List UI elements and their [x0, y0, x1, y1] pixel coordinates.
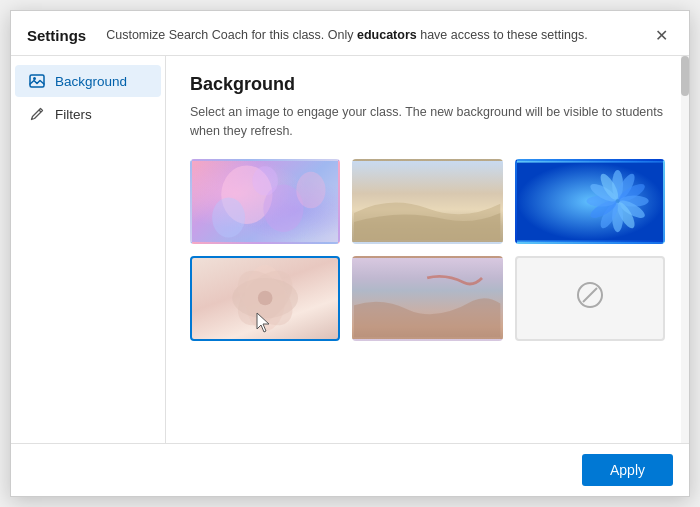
dialog-subtitle: Customize Search Coach for this class. O…	[106, 28, 629, 42]
subtitle-bold: educators	[357, 28, 417, 42]
pencil-icon	[29, 106, 45, 122]
svg-rect-0	[30, 75, 44, 87]
svg-point-6	[252, 166, 278, 195]
image-option-2[interactable]	[352, 159, 502, 244]
image-option-5[interactable]	[352, 256, 502, 341]
dialog-footer: Apply	[11, 443, 689, 496]
image-option-4[interactable]	[190, 256, 340, 341]
image-option-none[interactable]	[515, 256, 665, 341]
image-icon	[29, 73, 45, 89]
image-option-1[interactable]	[190, 159, 340, 244]
settings-dialog: Settings Customize Search Coach for this…	[10, 10, 690, 497]
svg-line-27	[583, 288, 597, 302]
scrollbar-track[interactable]	[681, 56, 689, 443]
main-content: Background Select an image to engage you…	[166, 56, 689, 443]
dialog-body: Background Filters Background Select an …	[11, 56, 689, 443]
section-title: Background	[190, 74, 665, 95]
svg-point-25	[258, 290, 273, 305]
svg-point-5	[296, 171, 325, 208]
sidebar: Background Filters	[11, 56, 166, 443]
subtitle-text: Customize Search Coach for this class. O…	[106, 28, 357, 42]
dialog-header: Settings Customize Search Coach for this…	[11, 11, 689, 56]
close-button[interactable]: ✕	[649, 23, 673, 47]
svg-point-4	[212, 197, 245, 237]
image-option-3[interactable]	[515, 159, 665, 244]
none-icon	[574, 279, 606, 318]
sidebar-label-background: Background	[55, 74, 127, 89]
apply-button[interactable]: Apply	[582, 454, 673, 486]
sidebar-label-filters: Filters	[55, 107, 92, 122]
sidebar-item-filters[interactable]: Filters	[15, 98, 161, 130]
subtitle-text2: have access to these settings.	[417, 28, 588, 42]
svg-point-1	[33, 77, 36, 80]
section-description: Select an image to engage your class. Th…	[190, 103, 665, 141]
image-grid	[190, 159, 665, 341]
scrollbar-thumb[interactable]	[681, 56, 689, 96]
dialog-title: Settings	[27, 27, 86, 44]
sidebar-item-background[interactable]: Background	[15, 65, 161, 97]
